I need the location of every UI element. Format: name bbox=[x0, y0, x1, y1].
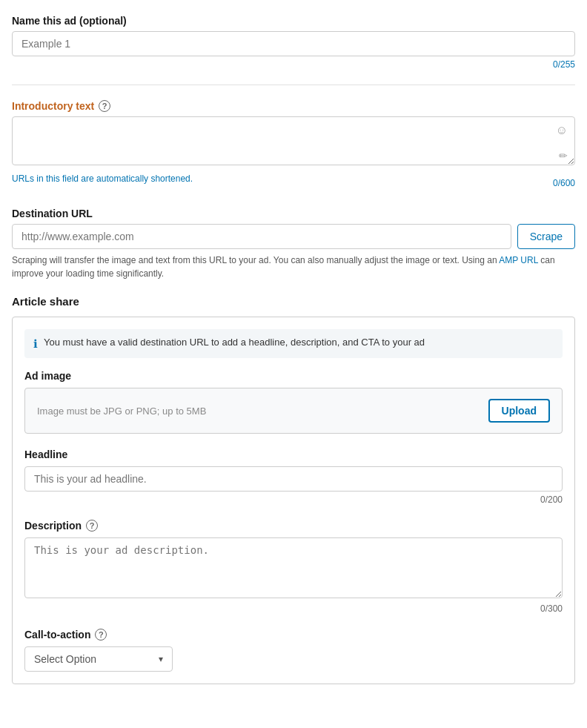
emoji-icon[interactable]: ☺ bbox=[556, 124, 568, 137]
article-share-box: ℹ You must have a valid destination URL … bbox=[12, 317, 575, 684]
name-field-section: Name this ad (optional) 0/255 bbox=[12, 15, 575, 70]
upload-area: Image must be JPG or PNG; up to 5MB Uplo… bbox=[24, 388, 563, 434]
article-share-section: Article share ℹ You must have a valid de… bbox=[12, 295, 575, 684]
description-textarea[interactable] bbox=[24, 537, 563, 598]
info-icon: ℹ bbox=[33, 337, 38, 351]
name-field-label: Name this ad (optional) bbox=[12, 15, 575, 27]
cta-select-placeholder: Select Option bbox=[34, 653, 96, 665]
cta-help-icon[interactable]: ? bbox=[95, 629, 107, 641]
intro-char-count: 0/600 bbox=[553, 178, 575, 188]
divider-1 bbox=[12, 85, 575, 85]
description-help-icon[interactable]: ? bbox=[86, 520, 98, 532]
amp-url-link[interactable]: AMP URL bbox=[499, 255, 538, 265]
url-shortened-note: URLs in this field are automatically sho… bbox=[12, 173, 193, 184]
name-char-count: 0/255 bbox=[12, 59, 575, 70]
cta-section: Call-to-action ? Select Option ▾ bbox=[24, 629, 563, 672]
intro-help-icon[interactable]: ? bbox=[99, 100, 110, 112]
article-share-title: Article share bbox=[12, 295, 575, 308]
edit-icon: ✏ bbox=[559, 150, 568, 162]
ad-image-label: Ad image bbox=[24, 370, 563, 382]
destination-url-label: Destination URL bbox=[12, 208, 575, 219]
intro-text-label: Introductory text ? bbox=[12, 100, 575, 112]
info-banner: ℹ You must have a valid destination URL … bbox=[24, 329, 563, 358]
intro-textarea[interactable] bbox=[12, 116, 575, 165]
intro-text-section: Introductory text ? ☺ ✏ URLs in this fie… bbox=[12, 100, 575, 193]
scrape-note: Scraping will transfer the image and tex… bbox=[12, 254, 575, 280]
upload-hint: Image must be JPG or PNG; up to 5MB bbox=[37, 406, 206, 417]
headline-label: Headline bbox=[24, 449, 563, 460]
cta-dropdown[interactable]: Select Option ▾ bbox=[24, 646, 173, 672]
name-input[interactable] bbox=[12, 31, 575, 56]
headline-char-count: 0/200 bbox=[24, 494, 563, 505]
destination-row: Scrape bbox=[12, 224, 575, 249]
scrape-button[interactable]: Scrape bbox=[517, 224, 575, 249]
upload-button[interactable]: Upload bbox=[488, 399, 550, 423]
intro-textarea-wrapper: ☺ ✏ bbox=[12, 116, 575, 168]
cta-label: Call-to-action ? bbox=[24, 629, 563, 641]
description-char-count: 0/300 bbox=[24, 603, 563, 614]
headline-section: Headline 0/200 bbox=[24, 449, 563, 505]
description-label: Description ? bbox=[24, 520, 563, 532]
description-section: Description ? 0/300 bbox=[24, 520, 563, 614]
chevron-down-icon: ▾ bbox=[159, 654, 163, 664]
destination-url-section: Destination URL Scrape Scraping will tra… bbox=[12, 208, 575, 280]
ad-image-section: Ad image Image must be JPG or PNG; up to… bbox=[24, 370, 563, 434]
headline-input[interactable] bbox=[24, 466, 563, 492]
url-input[interactable] bbox=[12, 224, 511, 249]
